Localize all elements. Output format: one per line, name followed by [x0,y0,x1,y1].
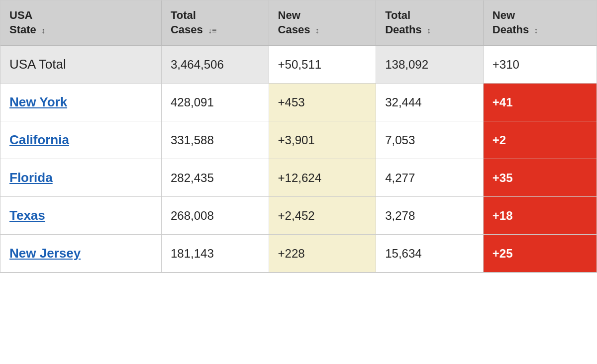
table-row: New Jersey181,143+22815,634+25 [0,235,597,273]
total-deaths-cell: 4,277 [376,159,484,197]
total-deaths-cell: 7,053 [376,121,484,159]
state-link[interactable]: New York [9,94,67,109]
new-deaths-cell: +41 [483,84,597,121]
state-link[interactable]: New Jersey [9,246,81,261]
col-header-new-deaths-label: New Deaths [493,9,529,36]
new-cases-cell: +453 [269,84,376,121]
new-deaths-cell: +25 [483,235,597,273]
total-deaths-cell: 3,278 [376,197,484,235]
state-cell: New Jersey [0,235,161,273]
total-deaths-cell: 15,634 [376,235,484,273]
state-cell: New York [0,84,161,121]
new-cases-cell: +3,901 [269,121,376,159]
sort-icon-new-cases[interactable]: ↕ [315,26,319,36]
table-row: Florida282,435+12,6244,277+35 [0,159,597,197]
col-header-total-deaths-label: Total Deaths [385,9,421,36]
col-header-new-cases-label: New Cases [278,9,310,36]
new-cases-cell: +228 [269,235,376,273]
total-cases-cell: 282,435 [161,159,269,197]
covid-stats-table: USA State ↕ Total Cases ↓≡ New Cases ↕ T… [0,0,597,273]
sort-icon-new-deaths[interactable]: ↕ [534,26,538,36]
col-header-total-cases[interactable]: Total Cases ↓≡ [161,0,269,45]
col-header-state[interactable]: USA State ↕ [0,0,161,45]
sort-icon-state[interactable]: ↕ [41,26,45,36]
table-header-row: USA State ↕ Total Cases ↓≡ New Cases ↕ T… [0,0,597,45]
state-link[interactable]: Texas [9,208,45,223]
col-header-total-deaths[interactable]: Total Deaths ↕ [376,0,484,45]
total-deaths-cell: 32,444 [376,84,484,121]
new-cases-cell: +12,624 [269,159,376,197]
total-new-deaths: +310 [483,45,597,84]
sort-icon-total-deaths[interactable]: ↕ [427,26,431,36]
total-cases-cell: 428,091 [161,84,269,121]
usa-total-row: USA Total 3,464,506 +50,511 138,092 +310 [0,45,597,84]
table-row: New York428,091+45332,444+41 [0,84,597,121]
total-new-cases: +50,511 [269,45,376,84]
state-cell: Florida [0,159,161,197]
total-cases-cell: 331,588 [161,121,269,159]
sort-icon-total-cases[interactable]: ↓≡ [208,26,216,36]
new-deaths-cell: +35 [483,159,597,197]
state-cell: Texas [0,197,161,235]
col-header-new-cases[interactable]: New Cases ↕ [269,0,376,45]
col-header-state-label: USA State [9,9,36,36]
new-cases-cell: +2,452 [269,197,376,235]
total-state-label: USA Total [0,45,161,84]
new-deaths-cell: +18 [483,197,597,235]
new-deaths-cell: +2 [483,121,597,159]
total-total-deaths: 138,092 [376,45,484,84]
state-cell: California [0,121,161,159]
state-link[interactable]: California [9,132,69,147]
table-row: California331,588+3,9017,053+2 [0,121,597,159]
total-cases-cell: 181,143 [161,235,269,273]
state-link[interactable]: Florida [9,170,53,185]
col-header-total-cases-label: Total Cases [171,9,203,36]
col-header-new-deaths[interactable]: New Deaths ↕ [483,0,597,45]
total-total-cases: 3,464,506 [161,45,269,84]
table-row: Texas268,008+2,4523,278+18 [0,197,597,235]
total-cases-cell: 268,008 [161,197,269,235]
